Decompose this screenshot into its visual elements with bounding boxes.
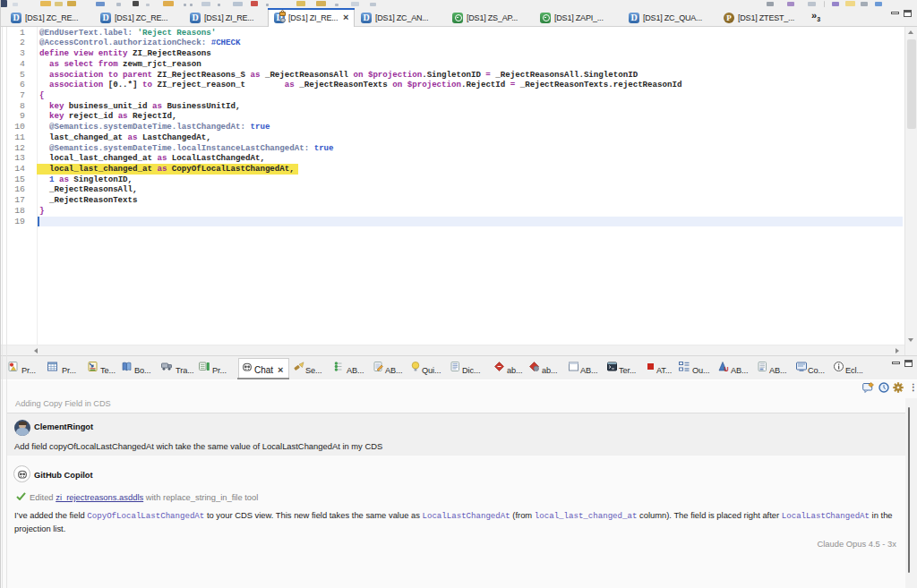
svg-text:U: U	[724, 366, 729, 372]
